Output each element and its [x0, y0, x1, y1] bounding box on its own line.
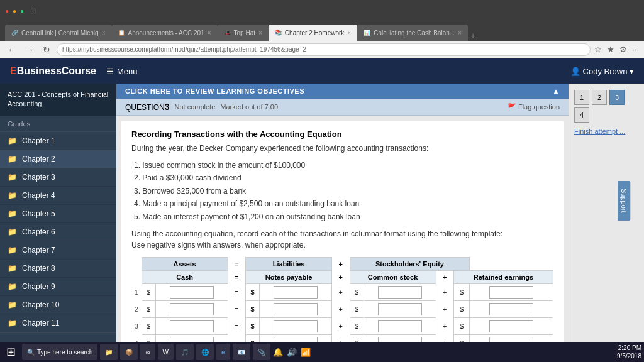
address-bar[interactable]: https://mybusinesscourse.com/platform/mo… [57, 43, 591, 56]
sidebar-item-chapter9[interactable]: 📁 Chapter 9 [0, 278, 116, 296]
taskbar-spotify[interactable]: 🎵 [176, 344, 194, 360]
row2-retained-input[interactable] [489, 303, 533, 315]
tab-chapter2-homework[interactable]: 📚 Chapter 2 Homework × [269, 25, 357, 41]
more-icon[interactable]: ··· [632, 45, 639, 54]
refresh-button[interactable]: ↻ [40, 43, 53, 56]
cash-subheader: Cash [142, 270, 228, 283]
row1-notes-input[interactable] [274, 286, 318, 299]
forward-button[interactable]: → [23, 43, 36, 56]
browser-chrome: ● ● ● ⊞ [0, 0, 644, 22]
question-num-3-button[interactable]: 3 [609, 90, 625, 105]
row2-notes-input[interactable] [274, 303, 318, 315]
question-num-2-button[interactable]: 2 [592, 90, 607, 105]
taskbar-outlook[interactable]: 📧 [233, 344, 250, 360]
question-number-grid: 1 2 3 4 [574, 90, 639, 123]
folder-icon: 📁 [8, 209, 17, 218]
taskbar-file-explorer[interactable]: 📁 [100, 344, 118, 360]
question-status: Not complete [174, 103, 215, 111]
row2-cash-input[interactable] [170, 303, 214, 315]
instructions: Using the accounting equation, record ea… [131, 228, 553, 251]
common-stock-subheader: Common stock [350, 270, 436, 283]
tab-calculating-cash[interactable]: 📊 Calculating the Cash Balan... × [357, 25, 468, 41]
user-icon: 👤 [570, 67, 580, 76]
sidebar-item-chapter1[interactable]: 📁 Chapter 1 [0, 132, 116, 150]
menu-button[interactable]: ☰ Menu [106, 67, 138, 76]
app-header: EBusinessCourse ☰ Menu 👤 Cody Brown ▾ [0, 58, 644, 84]
equity-header: Stockholders' Equity [350, 257, 470, 270]
tab-centrallink[interactable]: 🔗 CentralLink | Central Michig × [5, 25, 112, 41]
folder-icon: 📁 [8, 282, 17, 291]
transaction-3: 3. Borrowed $25,000 from a bank [134, 185, 553, 197]
notification-icon: 🔔 [273, 348, 283, 357]
row3-cash-input[interactable] [170, 320, 214, 332]
retained-earnings-subheader: Retained earnings [454, 270, 553, 283]
table-row: 2 $ = $ + $ + $ [131, 300, 553, 317]
finish-attempt-link[interactable]: Finish attempt ... [574, 128, 639, 135]
network-icon: 📶 [301, 348, 311, 357]
sidebar-item-chapter3[interactable]: 📁 Chapter 3 [0, 168, 116, 187]
tab-tophat[interactable]: 🎩 Top Hat × [218, 25, 269, 41]
sidebar-item-chapter11[interactable]: 📁 Chapter 11 [0, 314, 116, 332]
sidebar-item-chapter2[interactable]: 📁 Chapter 2 [0, 150, 116, 168]
sidebar-item-chapter6[interactable]: 📁 Chapter 6 [0, 223, 116, 241]
question-label: QUESTION3 [125, 102, 169, 112]
notes-payable-subheader: Notes payable [246, 270, 332, 283]
taskbar-time: 2:20 PM 9/5/2018 [617, 344, 641, 360]
back-button[interactable]: ← [5, 43, 19, 56]
transactions-list: 1. Issued common stock in the amount of … [131, 159, 553, 223]
right-panel: 1 2 3 4 Finish attempt ... [569, 84, 644, 362]
bookmark-icon[interactable]: ☆ [594, 45, 602, 54]
taskbar-system-icons: 🔔 🔊 📶 [273, 348, 311, 357]
folder-icon: 📁 [8, 264, 17, 273]
user-menu-button[interactable]: 👤 Cody Brown ▾ [570, 67, 634, 76]
row1-cash-input[interactable] [170, 286, 214, 299]
folder-icon: 📁 [8, 300, 17, 309]
browser-tabs: 🔗 CentralLink | Central Michig × 📋 Annou… [0, 22, 644, 41]
taskbar: ⊞ 🔍 Type here to search 📁 📦 ∞ W 🎵 🌐 e 📧 … [0, 342, 644, 362]
taskbar-chrome[interactable]: 🌐 [196, 344, 214, 360]
taskbar-dropbox[interactable]: 📦 [120, 344, 138, 360]
start-button[interactable]: ⊞ [3, 345, 19, 359]
folder-icon: 📁 [8, 246, 17, 255]
row3-commonstock-input[interactable] [378, 320, 422, 332]
marked-out: Marked out of 7.00 [220, 103, 278, 111]
support-tab[interactable]: Support [618, 181, 631, 221]
hamburger-icon: ☰ [106, 67, 114, 76]
taskbar-app1[interactable]: 📎 [253, 344, 270, 360]
sidebar-item-chapter4[interactable]: 📁 Chapter 4 [0, 187, 116, 205]
main-content: CLICK HERE TO REVIEW LEARNING OBJECTIVES… [116, 84, 569, 362]
review-banner[interactable]: CLICK HERE TO REVIEW LEARNING OBJECTIVES… [116, 84, 569, 99]
sidebar-item-chapter8[interactable]: 📁 Chapter 8 [0, 260, 116, 278]
row1-commonstock-input[interactable] [378, 286, 422, 299]
question-num-4-button[interactable]: 4 [574, 107, 589, 123]
app-logo: EBusinessCourse [10, 65, 96, 77]
row2-commonstock-input[interactable] [378, 303, 422, 315]
flag-question-btn[interactable]: 🚩 Flag question [508, 103, 560, 111]
star-icon[interactable]: ★ [607, 45, 614, 54]
question-content-area: Recording Transactions with the Accounti… [121, 121, 564, 362]
flag-icon: 🚩 [508, 103, 516, 111]
sidebar-item-chapter10[interactable]: 📁 Chapter 10 [0, 296, 116, 314]
taskbar-ie[interactable]: e [216, 344, 230, 360]
sidebar-grades-label: Grades [0, 116, 116, 132]
tab-announcements[interactable]: 📋 Announcements - ACC 201 × [112, 25, 218, 41]
sidebar-course: ACC 201 - Concepts of Financial Accounti… [0, 84, 116, 116]
sidebar-item-chapter7[interactable]: 📁 Chapter 7 [0, 241, 116, 260]
taskbar-infinity[interactable]: ∞ [140, 344, 155, 360]
row3-retained-input[interactable] [489, 320, 533, 332]
browser-nav: ← → ↻ https://mybusinesscourse.com/platf… [0, 41, 644, 58]
transaction-2: 2. Paid a $30,000 cash dividend [134, 172, 553, 184]
search-taskbar[interactable]: 🔍 Type here to search [22, 344, 97, 360]
folder-icon: 📁 [8, 191, 17, 200]
question-description: During the year, the Decker Company expe… [131, 143, 553, 154]
table-row: 3 $ = $ + $ + $ [131, 317, 553, 334]
taskbar-word[interactable]: W [158, 344, 174, 360]
folder-icon: 📁 [8, 173, 17, 182]
question-num-1-button[interactable]: 1 [574, 90, 589, 105]
row3-notes-input[interactable] [274, 320, 318, 332]
sidebar-item-chapter5[interactable]: 📁 Chapter 5 [0, 205, 116, 223]
folder-icon: 📁 [8, 136, 17, 145]
settings-icon[interactable]: ⚙ [619, 45, 627, 54]
folder-icon: 📁 [8, 155, 17, 163]
row1-retained-input[interactable] [489, 286, 533, 299]
